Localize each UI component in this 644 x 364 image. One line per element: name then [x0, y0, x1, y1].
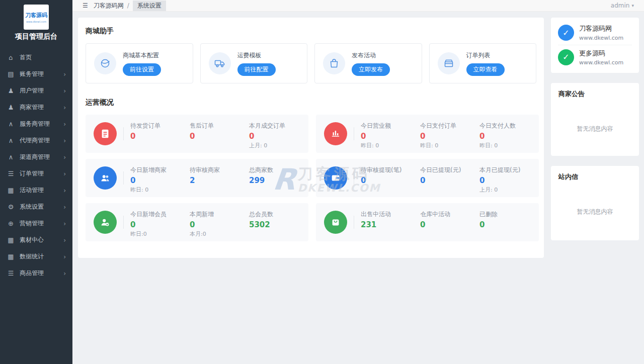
truck-icon — [209, 52, 231, 74]
provider-icon: ∧ — [7, 120, 15, 128]
view-now-button[interactable]: 立即查看 — [466, 63, 505, 76]
logo-subtext: www.dkewl.com — [26, 20, 46, 23]
sidebar-item-materials[interactable]: ▦ 素材中心 › — [0, 232, 72, 248]
stat: 本月成交订单 0 上月: 0 — [249, 122, 308, 146]
divider — [354, 127, 354, 140]
stat: 今日已提现(元) 0 — [420, 166, 479, 190]
announcement-empty-text: 暂无消息内容 — [558, 125, 631, 133]
user-name: admin — [611, 2, 630, 9]
sidebar: 刀客源码 www.dkewl.com 项目管理后台 ⌂ 首页 ▤ 账务管理 › … — [0, 0, 72, 364]
settings-icon: ⚙ — [7, 203, 15, 211]
inbox-title: 站内信 — [558, 172, 631, 181]
promo-link-more-source[interactable]: ✓ 更多源码 www.dkewl.com — [558, 45, 632, 69]
sidebar-item-label: 系统设置 — [20, 203, 63, 211]
link-title: 刀客源码网 — [579, 24, 623, 33]
sidebar-item-providers[interactable]: ∧ 服务商管理 › — [0, 116, 72, 132]
sidebar-item-agents[interactable]: ∧ 代理商管理 › — [0, 132, 72, 149]
sidebar-item-label: 商家管理 — [20, 103, 63, 112]
member-icon — [94, 211, 117, 234]
promo-link-main-site[interactable]: ✓ 刀客源码网 www.dkewl.com — [558, 21, 632, 45]
stat: 总商家数 299 — [249, 166, 308, 190]
admin-dashboard: 刀客源码 www.dkewl.com 项目管理后台 ⌂ 首页 ▤ 账务管理 › … — [0, 0, 644, 364]
sidebar-item-settings[interactable]: ⚙ 系统设置 › — [0, 199, 72, 215]
chevron-right-icon: › — [63, 154, 66, 161]
material-icon: ▦ — [7, 236, 15, 244]
chevron-right-icon: › — [63, 237, 66, 244]
publish-now-button[interactable]: 立即发布 — [352, 63, 390, 76]
breadcrumb-separator: / — [127, 2, 129, 9]
assistant-card-publish-activity: 发布活动 立即发布 — [314, 43, 422, 83]
merchant-announcement-panel: 商家公告 暂无消息内容 — [551, 83, 639, 156]
sidebar-item-home[interactable]: ⌂ 首页 — [0, 49, 72, 66]
stat-block-revenue: 今日营业额 0 昨日: 0 今日支付订单 0 昨日: 0 今日支付人数 0 昨日… — [316, 115, 539, 153]
users-icon: ♟ — [7, 87, 15, 95]
stat: 待审核提现(笔) 0 — [361, 166, 420, 190]
sidebar-item-products[interactable]: ☰ 商品管理 › — [0, 265, 72, 282]
divider — [354, 171, 354, 185]
assistant-cards: 商城基本配置 前往设置 运费模板 前往配置 — [86, 43, 536, 83]
divider — [123, 171, 124, 185]
sidebar-item-merchants[interactable]: ♟ 商家管理 › — [0, 99, 72, 116]
inbox-empty-text: 暂无消息内容 — [558, 208, 631, 216]
chevron-right-icon: › — [63, 204, 66, 211]
chevron-right-icon: › — [63, 187, 66, 194]
card-label: 运费模板 — [237, 51, 276, 60]
sidebar-item-users[interactable]: ♟ 用户管理 › — [0, 82, 72, 99]
box-icon — [438, 52, 460, 74]
sidebar-item-statistics[interactable]: ▦ 数据统计 › — [0, 248, 72, 265]
chevron-right-icon: › — [63, 71, 66, 78]
sidebar-menu: ⌂ 首页 ▤ 账务管理 › ♟ 用户管理 › ♟ 商家管理 › ∧ 服务商管理 — [0, 49, 72, 282]
stat: 总会员数 5302 — [249, 210, 308, 234]
card-label: 订单列表 — [466, 51, 505, 60]
sidebar-item-marketing[interactable]: ⊕ 营销管理 › — [0, 215, 72, 232]
app-logo: 刀客源码 www.dkewl.com — [24, 5, 49, 30]
link-url: www.dkewl.com — [579, 59, 623, 66]
user-menu[interactable]: admin ▾ — [611, 2, 634, 9]
sidebar-item-label: 账务管理 — [20, 70, 63, 78]
logo-text: 刀客源码 — [25, 12, 47, 19]
stat: 待审核商家 2 — [190, 166, 249, 190]
sidebar-item-label: 营销管理 — [20, 219, 63, 228]
stat-block-shipping-orders: 待发货订单 0 售后订单 0 本月成交订单 0 上月: 0 — [86, 115, 308, 153]
products-icon: ☰ — [7, 269, 15, 277]
goto-config-button[interactable]: 前往配置 — [237, 63, 276, 76]
sidebar-item-finance[interactable]: ▤ 账务管理 › — [0, 66, 72, 82]
menu-toggle-icon[interactable]: ☰ — [83, 2, 88, 9]
sidebar-item-orders[interactable]: ☰ 订单管理 › — [0, 165, 72, 182]
chevron-right-icon: › — [63, 270, 66, 277]
stat: 出售中活动 231 — [361, 210, 420, 234]
check-icon: ✓ — [558, 25, 574, 41]
breadcrumb-home[interactable]: 刀客源码网 — [94, 2, 124, 10]
divider — [354, 216, 354, 229]
sidebar-item-label: 订单管理 — [20, 169, 63, 178]
divider — [123, 216, 124, 229]
assistant-section-title: 商城助手 — [86, 27, 536, 36]
sidebar-item-label: 服务商管理 — [20, 120, 63, 128]
merchants-icon — [94, 166, 117, 190]
sidebar-item-label: 用户管理 — [20, 86, 63, 95]
sidebar-item-label: 活动管理 — [20, 186, 63, 195]
sidebar-item-label: 首页 — [20, 53, 66, 62]
stat: 今日新增商家 0 昨日: 0 — [130, 166, 190, 190]
stat-block-merchants: 今日新增商家 0 昨日: 0 待审核商家 2 总商家数 299 — [86, 159, 308, 197]
sidebar-item-activities[interactable]: ▦ 活动管理 › — [0, 182, 72, 199]
divider — [123, 127, 124, 140]
chevron-right-icon: › — [63, 170, 66, 177]
home-icon: ⌂ — [7, 54, 15, 61]
main-panel: 商城助手 商城基本配置 前往设置 — [78, 18, 544, 258]
bag-icon — [323, 52, 345, 74]
stat: 已删除 0 — [479, 210, 539, 234]
sidebar-item-label: 素材中心 — [20, 236, 63, 244]
app-title: 项目管理后台 — [0, 32, 72, 41]
topbar: ☰ 刀客源码网 / 系统设置 admin ▾ — [72, 0, 644, 12]
stats-icon: ▦ — [7, 253, 15, 260]
activity-icon: ▦ — [7, 187, 15, 194]
sidebar-item-channels[interactable]: ∧ 渠道商管理 › — [0, 149, 72, 165]
announcement-title: 商家公告 — [558, 89, 631, 99]
goto-settings-button[interactable]: 前往设置 — [123, 63, 161, 76]
assistant-card-mall-config: 商城基本配置 前往设置 — [86, 43, 193, 83]
orders-icon: ☰ — [7, 170, 15, 177]
finance-icon: ▤ — [7, 70, 15, 78]
stat: 本周新增 0 本月:0 — [190, 210, 249, 234]
stat: 仓库中活动 0 — [420, 210, 479, 234]
